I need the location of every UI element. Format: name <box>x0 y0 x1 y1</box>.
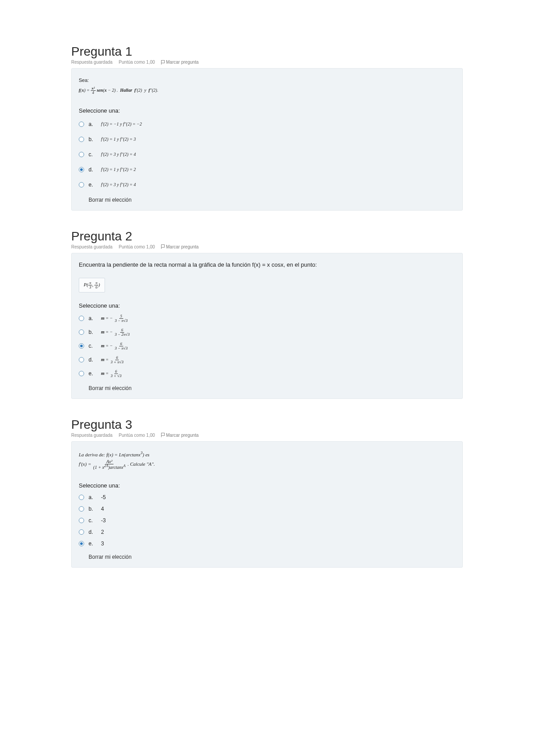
option-b[interactable]: b. f'(2) = 1 y f''(2) = 3 <box>79 132 455 147</box>
option-letter: a. <box>89 494 97 500</box>
options-list: a. f'(2) = −1 y f''(2) = −2 b. f'(2) = 1… <box>79 117 455 192</box>
score-text: Puntúa como 1,00 <box>119 433 155 438</box>
question-body: La deriva de: f(x) = Ln(arctanx3) es f'(… <box>71 441 463 568</box>
flag-icon <box>161 60 165 65</box>
option-text: f'(2) = 3 y f''(2) = 4 <box>101 152 136 157</box>
option-letter: a. <box>89 121 97 127</box>
status-text: Respuesta guardada <box>71 60 113 65</box>
radio-icon <box>79 167 84 172</box>
question-title: Pregunta 2 <box>71 229 463 244</box>
status-text: Respuesta guardada <box>71 244 113 249</box>
option-text: f'(2) = 3 y f''(2) = 4 <box>101 182 136 187</box>
quiz-page: Pregunta 1 Respuesta guardada Puntúa com… <box>0 0 534 756</box>
option-text: f'(2) = 1 y f''(2) = 2 <box>101 167 136 172</box>
radio-icon <box>79 495 84 500</box>
option-c[interactable]: c. f'(2) = 3 y f''(2) = 4 <box>79 147 455 162</box>
option-a[interactable]: a. f'(2) = −1 y f''(2) = −2 <box>79 117 455 132</box>
option-letter: e. <box>89 370 97 377</box>
option-e[interactable]: e. m = 63 + √3 <box>79 367 455 381</box>
radio-icon <box>79 541 84 546</box>
option-a[interactable]: a. -5 <box>79 492 455 503</box>
option-letter: c. <box>89 517 97 524</box>
question-body: Sea: f(x) = x²4 sen(x − 2) . Hallar f'(2… <box>71 68 463 211</box>
clear-choice-link[interactable]: Borrar mi elección <box>79 554 455 560</box>
option-letter: c. <box>89 151 97 158</box>
flag-label: Marcar pregunta <box>166 433 198 438</box>
question-body: Encuentra la pendiente de la recta norma… <box>71 253 463 399</box>
option-letter: e. <box>89 541 97 547</box>
option-text: m = − 63 − π√3 <box>101 342 129 350</box>
option-letter: d. <box>89 167 97 173</box>
radio-icon <box>79 122 84 127</box>
question-stem: La deriva de: f(x) = Ln(arctanx3) es f'(… <box>79 447 455 478</box>
option-text: f'(2) = −1 y f''(2) = −2 <box>101 122 142 126</box>
option-b[interactable]: b. 4 <box>79 503 455 515</box>
option-text: -5 <box>101 494 106 500</box>
radio-icon <box>79 518 84 523</box>
question-1: Pregunta 1 Respuesta guardada Puntúa com… <box>71 45 463 211</box>
radio-icon <box>79 316 84 321</box>
question-meta: Respuesta guardada Puntúa como 1,00 Marc… <box>71 60 463 65</box>
select-label: Seleccione una: <box>79 482 455 489</box>
option-c[interactable]: c. -3 <box>79 515 455 526</box>
option-e[interactable]: e. f'(2) = 3 y f''(2) = 4 <box>79 177 455 192</box>
question-meta: Respuesta guardada Puntúa como 1,00 Marc… <box>71 433 463 438</box>
option-letter: d. <box>89 529 97 535</box>
option-d[interactable]: d. m = 63 + π√3 <box>79 353 455 367</box>
point-box: P(π3, π6) <box>79 278 105 293</box>
radio-icon <box>79 529 84 535</box>
option-letter: b. <box>89 506 97 512</box>
flag-icon <box>161 433 165 437</box>
option-c[interactable]: c. m = − 63 − π√3 <box>79 339 455 353</box>
option-text: -3 <box>101 517 106 524</box>
question-stem: Sea: f(x) = x²4 sen(x − 2) . Hallar f'(2… <box>79 74 455 103</box>
radio-icon <box>79 506 84 512</box>
option-text: m = 63 + √3 <box>101 370 122 378</box>
question-title: Pregunta 1 <box>71 45 463 59</box>
option-a[interactable]: a. m = − 53 − π√3 <box>79 312 455 325</box>
radio-icon <box>79 152 84 157</box>
radio-icon <box>79 182 84 187</box>
flag-icon <box>161 244 165 249</box>
flag-link[interactable]: Marcar pregunta <box>161 60 198 65</box>
stem-lead: Sea: <box>79 77 455 85</box>
question-meta: Respuesta guardada Puntúa como 1,00 Marc… <box>71 244 463 249</box>
flag-link[interactable]: Marcar pregunta <box>161 433 198 438</box>
option-d[interactable]: d. 2 <box>79 526 455 538</box>
option-text: 3 <box>101 541 104 547</box>
flag-link[interactable]: Marcar pregunta <box>161 244 198 249</box>
option-letter: a. <box>89 315 97 321</box>
clear-choice-link[interactable]: Borrar mi elección <box>79 197 455 203</box>
flag-label: Marcar pregunta <box>166 244 198 249</box>
score-text: Puntúa como 1,00 <box>119 244 155 249</box>
radio-icon <box>79 329 84 335</box>
option-text: 4 <box>101 506 104 512</box>
option-letter: d. <box>89 357 97 363</box>
options-list: a. m = − 53 − π√3 b. m = − 63 − 2π√3 c. … <box>79 312 455 381</box>
radio-icon <box>79 357 84 362</box>
score-text: Puntúa como 1,00 <box>119 60 155 65</box>
option-text: 2 <box>101 529 104 535</box>
question-title: Pregunta 3 <box>71 418 463 432</box>
flag-label: Marcar pregunta <box>166 60 198 65</box>
option-letter: c. <box>89 343 97 349</box>
select-label: Seleccione una: <box>79 107 455 114</box>
status-text: Respuesta guardada <box>71 433 113 438</box>
option-letter: b. <box>89 329 97 335</box>
option-letter: e. <box>89 182 97 188</box>
option-text: m = − 63 − 2π√3 <box>101 328 130 337</box>
select-label: Seleccione una: <box>79 302 455 309</box>
option-text: m = − 53 − π√3 <box>101 314 129 323</box>
option-text: m = 63 + π√3 <box>101 356 125 364</box>
options-list: a. -5 b. 4 c. -3 d. 2 <box>79 492 455 549</box>
question-3: Pregunta 3 Respuesta guardada Puntúa com… <box>71 418 463 568</box>
question-2: Pregunta 2 Respuesta guardada Puntúa com… <box>71 229 463 399</box>
radio-icon <box>79 371 84 376</box>
radio-icon <box>79 137 84 142</box>
option-letter: b. <box>89 136 97 142</box>
option-d[interactable]: d. f'(2) = 1 y f''(2) = 2 <box>79 162 455 177</box>
option-b[interactable]: b. m = − 63 − 2π√3 <box>79 325 455 339</box>
clear-choice-link[interactable]: Borrar mi elección <box>79 385 455 391</box>
question-stem: Encuentra la pendiente de la recta norma… <box>79 259 455 276</box>
option-e[interactable]: e. 3 <box>79 538 455 549</box>
